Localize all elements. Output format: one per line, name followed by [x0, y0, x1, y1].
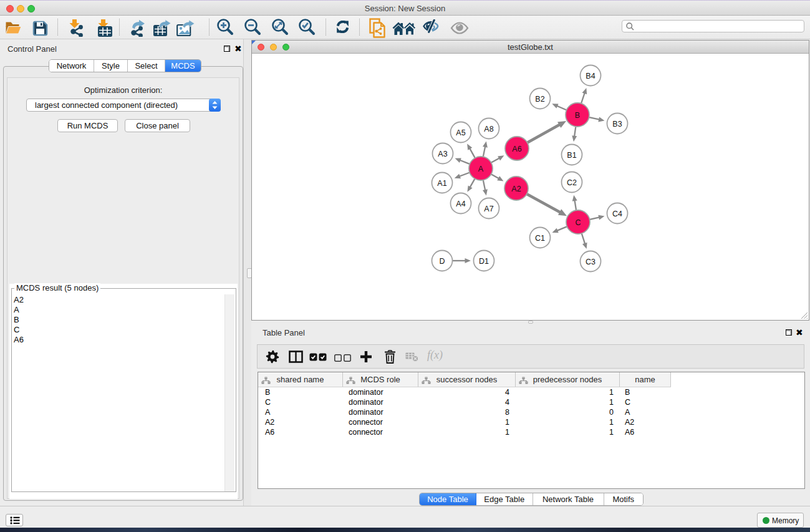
zoom-selected-button[interactable] — [298, 18, 316, 39]
column-header-predecessor-nodes[interactable]: predecessor nodes — [516, 372, 620, 387]
export-table-button[interactable] — [153, 19, 171, 39]
refresh-button[interactable] — [337, 21, 349, 36]
graph-node-B2[interactable]: B2 — [530, 89, 551, 109]
function-builder-button[interactable]: f(x) — [427, 349, 443, 362]
zoom-fit-button[interactable] — [271, 18, 289, 39]
import-network-button[interactable] — [67, 19, 84, 39]
graph-node-C1[interactable]: C1 — [530, 228, 551, 248]
table-options-button[interactable] — [266, 350, 279, 366]
close-panel-button[interactable]: Close panel — [125, 119, 190, 132]
edge-A2-C[interactable] — [527, 194, 567, 216]
export-image-button[interactable] — [176, 19, 195, 39]
graph-node-B4[interactable]: B4 — [581, 65, 601, 86]
delete-row-button[interactable] — [384, 350, 396, 366]
edge-C-C3[interactable] — [582, 234, 587, 249]
result-scrollbar[interactable] — [224, 294, 234, 491]
graph-node-A4[interactable]: A4 — [451, 193, 471, 214]
result-item[interactable]: C — [14, 325, 24, 335]
column-header-MCDS-role[interactable]: MCDS role — [343, 372, 418, 387]
tab-style[interactable]: Style — [94, 60, 128, 72]
network-window-titlebar[interactable]: testGlobe.txt — [252, 41, 809, 54]
column-header-shared-name[interactable]: shared name — [258, 372, 343, 387]
tab-network-table[interactable]: Network Table — [533, 493, 604, 505]
edge-C-C2[interactable] — [572, 195, 577, 210]
edge-B-B1[interactable] — [572, 127, 577, 142]
result-item[interactable]: A6 — [14, 335, 24, 345]
edge-A-A7[interactable] — [483, 180, 488, 195]
resize-grip-icon[interactable] — [800, 311, 808, 319]
edge-B-B4[interactable] — [581, 88, 587, 104]
graph-node-A5[interactable]: A5 — [451, 122, 471, 143]
import-table-button[interactable] — [95, 19, 112, 39]
edge-A-A1[interactable] — [455, 173, 470, 178]
column-header-name[interactable]: name — [620, 372, 671, 387]
edge-A-A3[interactable] — [455, 158, 470, 163]
edge-A-A4[interactable] — [467, 179, 475, 192]
edge-B-B2[interactable] — [552, 104, 566, 110]
tab-motifs[interactable]: Motifs — [604, 493, 644, 505]
export-network-button[interactable] — [130, 19, 148, 39]
select-all-button[interactable] — [309, 352, 327, 364]
table-panel-close-icon[interactable]: ✖ — [796, 329, 803, 336]
result-item[interactable]: A2 — [14, 295, 24, 305]
table-row[interactable]: Cdominator41C — [258, 397, 804, 407]
criterion-dropdown[interactable]: largest connected component (directed) — [26, 99, 221, 112]
graph-node-C2[interactable]: C2 — [562, 172, 582, 193]
horizontal-splitter-grip[interactable] — [528, 321, 533, 324]
graph-node-A1[interactable]: A1 — [432, 173, 453, 193]
graph-node-A3[interactable]: A3 — [433, 143, 453, 164]
table-row[interactable]: A6connector11A6 — [258, 427, 804, 437]
hide-selected-button[interactable] — [423, 19, 440, 36]
network-graph-canvas[interactable]: B4B2BB3B1A5A8A6A3AA1A4A7A2C2C4CC1C3DD1 — [252, 54, 809, 321]
table-row[interactable]: Adominator80A — [258, 407, 804, 417]
edge-A-A6[interactable] — [491, 155, 504, 162]
graph-node-A2[interactable]: A2 — [504, 177, 528, 200]
graph-node-D1[interactable]: D1 — [474, 251, 494, 271]
edge-C-C4[interactable] — [590, 215, 604, 220]
edge-A-A5[interactable] — [467, 143, 475, 158]
control-panel-close-icon[interactable]: ✖ — [234, 45, 242, 52]
first-neighbors-button[interactable] — [392, 21, 417, 38]
control-panel-float-icon[interactable] — [224, 46, 230, 52]
table-row[interactable]: Bdominator41B — [258, 387, 804, 397]
graph-node-C[interactable]: C — [566, 210, 590, 234]
search-input[interactable] — [636, 21, 801, 31]
graph-node-A8[interactable]: A8 — [479, 118, 499, 139]
tab-network[interactable]: Network — [49, 60, 94, 72]
edge-A6-B[interactable] — [528, 121, 566, 143]
show-column-button[interactable] — [289, 351, 303, 365]
show-all-button[interactable] — [450, 22, 469, 37]
result-item[interactable]: A — [14, 305, 24, 315]
deselect-all-button[interactable] — [334, 353, 351, 364]
delete-table-button[interactable] — [405, 352, 419, 364]
graph-node-B1[interactable]: B1 — [562, 145, 582, 165]
graph-node-D[interactable]: D — [432, 251, 453, 271]
table-panel-float-icon[interactable] — [786, 329, 792, 336]
graph-node-C3[interactable]: C3 — [581, 251, 601, 272]
graph-node-C4[interactable]: C4 — [607, 203, 628, 224]
graph-node-A[interactable]: A — [469, 157, 493, 180]
tab-mcds[interactable]: MCDS — [165, 60, 201, 72]
tab-edge-table[interactable]: Edge Table — [476, 493, 533, 505]
graph-node-A7[interactable]: A7 — [479, 198, 499, 219]
mcds-result-list[interactable]: A2ABCA6 — [14, 295, 24, 345]
panel-list-button[interactable] — [6, 514, 23, 526]
add-row-button[interactable] — [360, 351, 372, 365]
graph-node-B[interactable]: B — [566, 103, 589, 127]
graph-node-B3[interactable]: B3 — [607, 114, 628, 134]
open-session-button[interactable] — [5, 21, 22, 37]
edge-D-D1[interactable] — [453, 258, 471, 263]
save-session-button[interactable] — [32, 21, 48, 39]
run-mcds-button[interactable]: Run MCDS — [57, 119, 118, 132]
edge-C-C1[interactable] — [552, 226, 567, 233]
edge-A-A2[interactable] — [491, 175, 504, 181]
edge-A-A8[interactable] — [483, 142, 488, 157]
tab-select[interactable]: Select — [128, 60, 165, 72]
column-header-successor-nodes[interactable]: successor nodes — [418, 372, 516, 387]
clone-network-button[interactable] — [369, 18, 387, 41]
memory-button[interactable]: Memory — [757, 513, 804, 528]
tab-node-table[interactable]: Node Table — [420, 493, 476, 505]
result-item[interactable]: B — [14, 315, 24, 325]
table-row[interactable]: A2connector11A2 — [258, 417, 804, 427]
edge-B-B3[interactable] — [589, 117, 604, 122]
